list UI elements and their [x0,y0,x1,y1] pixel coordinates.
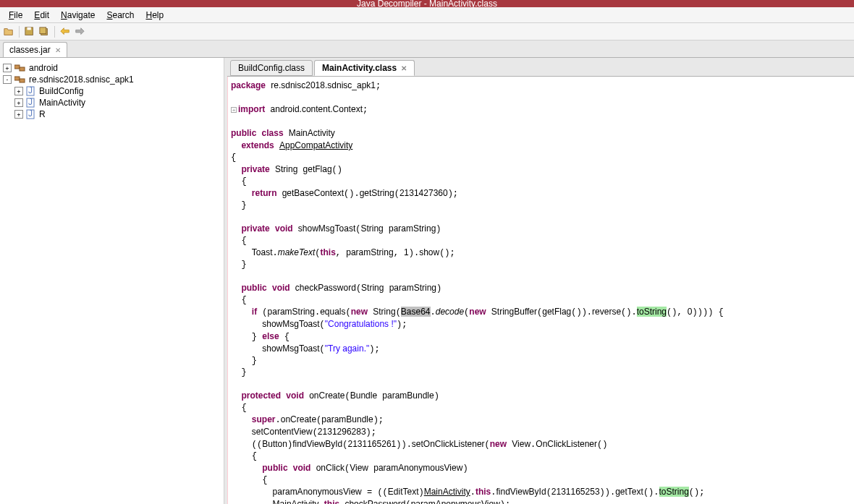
class-tab-mainactivity[interactable]: MainActivity.class ✕ [314,60,415,76]
code-panel: BuildConfig.class MainActivity.class ✕ p… [227,58,854,504]
menu-edit[interactable]: Edit [28,10,55,20]
tree-node-android[interactable]: + android [3,62,221,74]
save-icon[interactable] [24,26,35,38]
tree-node-r[interactable]: + J R [3,108,221,120]
tree-node-mainactivity[interactable]: + J MainActivity [3,97,221,108]
svg-rect-3 [40,27,46,33]
svg-rect-1 [28,27,31,30]
tree-label: BuildConfig [39,86,83,96]
package-tree[interactable]: + android - re.sdnisc2018.sdnisc_apk1 + … [0,58,224,504]
class-tabs: BuildConfig.class MainActivity.class ✕ [227,58,854,77]
svg-text:J: J [28,109,33,119]
class-icon: J [26,86,36,96]
close-icon[interactable]: ✕ [55,46,61,54]
class-tab-buildconfig[interactable]: BuildConfig.class [230,60,313,76]
svg-text:J: J [28,98,33,107]
code-area[interactable]: package re.sdnisc2018.sdnisc_apk1; +impo… [227,77,854,504]
tree-node-pkg[interactable]: - re.sdnisc2018.sdnisc_apk1 [3,74,221,85]
toolbar [0,23,854,40]
close-icon[interactable]: ✕ [401,64,407,72]
menu-help[interactable]: Help [140,10,169,20]
class-tab-label: BuildConfig.class [238,63,305,73]
menu-file[interactable]: File [3,10,28,20]
tree-node-buildconfig[interactable]: + J BuildConfig [3,85,221,97]
svg-rect-5 [20,67,25,71]
collapse-icon[interactable]: - [3,75,12,84]
expand-icon[interactable]: + [3,64,12,72]
menu-navigate[interactable]: Navigate [55,10,101,20]
back-icon[interactable] [59,26,71,38]
separator [54,26,55,38]
main-area: + android - re.sdnisc2018.sdnisc_apk1 + … [0,58,854,504]
svg-text:J: J [28,86,33,95]
package-icon [14,64,26,72]
file-tabs: classes.jar ✕ [0,40,854,58]
tree-label: MainActivity [39,98,85,108]
file-tab-label: classes.jar [9,45,51,55]
expand-icon[interactable]: + [14,98,23,107]
tree-label: android [29,63,58,73]
package-icon [14,75,26,84]
separator [19,26,20,38]
file-tab-classes-jar[interactable]: classes.jar ✕ [3,42,67,57]
forward-icon[interactable] [74,26,85,38]
save-all-icon[interactable] [38,26,50,38]
open-icon[interactable] [3,26,14,38]
class-icon: J [26,109,36,119]
title-bar: Java Decompiler - MainActivity.class [0,0,854,7]
menu-search[interactable]: Search [101,10,140,20]
title-text: Java Decompiler - MainActivity.class [357,0,497,7]
source-code[interactable]: package re.sdnisc2018.sdnisc_apk1; +impo… [228,77,854,504]
svg-rect-4 [14,65,20,69]
menu-bar: File Edit Navigate Search Help [0,7,854,23]
expand-icon[interactable]: + [14,110,23,119]
class-icon: J [26,98,36,108]
svg-rect-7 [20,79,25,82]
fold-icon[interactable]: + [231,107,237,113]
tree-label: R [39,109,46,119]
svg-rect-6 [14,77,20,80]
expand-icon[interactable]: + [14,87,23,95]
class-tab-label: MainActivity.class [322,63,397,73]
tree-label: re.sdnisc2018.sdnisc_apk1 [29,74,134,85]
